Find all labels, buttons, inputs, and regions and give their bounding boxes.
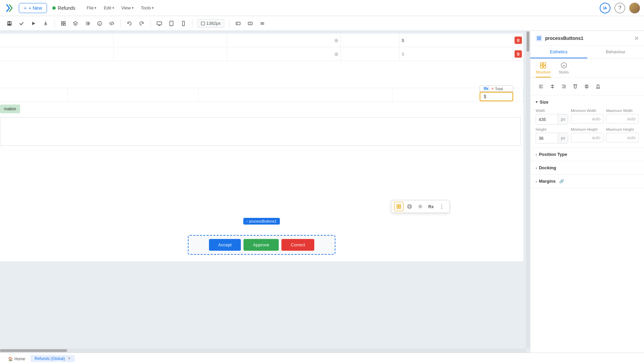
margins-section: › Margins 🔗: [530, 175, 644, 188]
layers-button[interactable]: [70, 18, 81, 29]
svg-rect-4: [61, 21, 63, 23]
spacer-1: [0, 61, 523, 74]
plus-circle-icon: ⊕: [334, 37, 338, 44]
grid-button[interactable]: [257, 18, 268, 29]
tab-behaviour[interactable]: Behaviour: [587, 46, 644, 58]
view-menu[interactable]: View ▾: [118, 3, 137, 12]
chevron-down-icon: ▾: [152, 6, 154, 10]
max-height-group: Maximum Height auto: [606, 127, 639, 143]
svg-rect-40: [539, 37, 541, 38]
svg-rect-33: [399, 204, 401, 206]
desktop-button[interactable]: [154, 18, 165, 29]
delete-row-1[interactable]: 🗑: [515, 37, 522, 44]
tablet-button[interactable]: [166, 18, 177, 29]
check-button[interactable]: [16, 18, 27, 29]
help-button[interactable]: ?: [614, 3, 625, 13]
pb-structure-btn[interactable]: [394, 202, 404, 211]
docking-label: Docking: [539, 165, 556, 170]
scroll-right[interactable]: [526, 31, 530, 349]
size-section-header[interactable]: ▾ Size: [536, 100, 639, 105]
pb-rx-btn[interactable]: Rx: [426, 202, 436, 211]
svg-rect-46: [543, 66, 546, 68]
component-button[interactable]: [58, 18, 69, 29]
align-left-btn[interactable]: [536, 81, 546, 92]
play-button[interactable]: [28, 18, 39, 29]
correct-button[interactable]: Correct: [281, 239, 315, 251]
svg-rect-24: [236, 22, 240, 25]
avatar-image: [629, 3, 640, 13]
min-height-input[interactable]: auto: [571, 133, 603, 142]
position-type-chevron: ›: [536, 153, 537, 157]
split-button[interactable]: [245, 18, 256, 29]
margins-header[interactable]: › Margins 🔗: [536, 179, 639, 184]
plus-circle-icon-2: ⊕: [334, 51, 338, 57]
align-bottom-btn[interactable]: [593, 81, 603, 92]
mobile-button[interactable]: [178, 18, 189, 29]
pb-more-btn[interactable]: ⋮: [437, 202, 446, 211]
code-button[interactable]: [106, 18, 117, 29]
pb-style-btn[interactable]: [405, 202, 414, 211]
fullscreen-button[interactable]: [233, 18, 244, 29]
home-tab[interactable]: 🏠 Home: [4, 355, 29, 362]
canvas-scroll: ⊕ $ 🗑 ⊕: [0, 31, 526, 349]
scroll-bottom[interactable]: [0, 349, 526, 353]
properties-button[interactable]: [82, 18, 93, 29]
sub-tab-styles[interactable]: Styles: [559, 62, 569, 77]
width-label: Width: [536, 109, 568, 113]
form-cell-2-3: ⊕: [227, 47, 341, 61]
undo-button[interactable]: [124, 18, 135, 29]
align-center-h-btn[interactable]: [547, 81, 558, 92]
tools-menu[interactable]: Tools ▾: [138, 3, 157, 12]
position-type-label: Position Type: [539, 152, 567, 157]
save-button[interactable]: [4, 18, 15, 29]
scroll-bottom-thumb: [0, 349, 67, 352]
refunds-tab[interactable]: Refunds (Global) ✕: [31, 355, 75, 362]
file-menu[interactable]: File ▾: [83, 3, 100, 12]
width-input[interactable]: [536, 115, 558, 124]
new-button[interactable]: + + New: [19, 3, 47, 13]
min-width-input[interactable]: auto: [571, 114, 603, 124]
svg-rect-62: [597, 85, 599, 88]
rx-tag: Rx: [483, 86, 490, 91]
width-row: Width px Minimum Width auto Maximum Widt…: [536, 109, 639, 125]
accept-button[interactable]: Accept: [209, 239, 241, 251]
docking-header[interactable]: › Docking: [536, 165, 639, 170]
svg-point-38: [420, 206, 421, 207]
max-height-input[interactable]: auto: [606, 133, 639, 142]
tab-esthetics[interactable]: Esthetics: [530, 46, 587, 58]
align-right-btn[interactable]: [558, 81, 569, 92]
main-layout: ⊕ $ 🗑 ⊕: [0, 31, 644, 353]
dollar-icon-2: $: [401, 52, 404, 57]
action-buttons-container: Accept Approve Correct: [188, 235, 335, 255]
panel-title-text: processButtons1: [545, 36, 583, 41]
scroll-thumb: [527, 32, 529, 52]
canvas-textarea[interactable]: [0, 118, 520, 144]
pb-label-badge[interactable]: ‹ processButtons1: [243, 218, 280, 225]
logic-button[interactable]: {}: [94, 18, 105, 29]
ia-button[interactable]: IA: [600, 3, 610, 13]
align-center-v-btn[interactable]: [581, 81, 592, 92]
approve-button[interactable]: Approve: [244, 239, 278, 251]
pb-settings-btn[interactable]: [416, 202, 425, 211]
redo-button[interactable]: [136, 18, 147, 29]
height-input[interactable]: [536, 134, 558, 143]
align-top-btn[interactable]: [570, 81, 581, 92]
position-type-header[interactable]: › Position Type: [536, 152, 639, 157]
canvas-inner: ⊕ $ 🗑 ⊕: [0, 34, 523, 261]
delete-row-2[interactable]: 🗑: [515, 50, 522, 58]
size-label: Size: [540, 100, 548, 105]
min-height-group: Minimum Height auto: [571, 127, 603, 143]
close-icon[interactable]: ✕: [491, 87, 494, 90]
svg-rect-34: [397, 207, 398, 208]
total-input[interactable]: $: [480, 92, 513, 101]
sub-tab-structure[interactable]: Structure: [536, 62, 551, 77]
svg-point-12: [88, 23, 90, 24]
max-width-input[interactable]: auto: [606, 114, 639, 124]
page-title: Refunds: [52, 5, 75, 11]
form-row-2: ⊕ $ 🗑: [0, 47, 523, 61]
panel-close-button[interactable]: ✕: [634, 35, 639, 42]
edit-menu[interactable]: Edit ▾: [100, 3, 117, 12]
avatar[interactable]: [629, 3, 640, 13]
refunds-tab-close[interactable]: ✕: [68, 356, 71, 361]
export-button[interactable]: [40, 18, 51, 29]
